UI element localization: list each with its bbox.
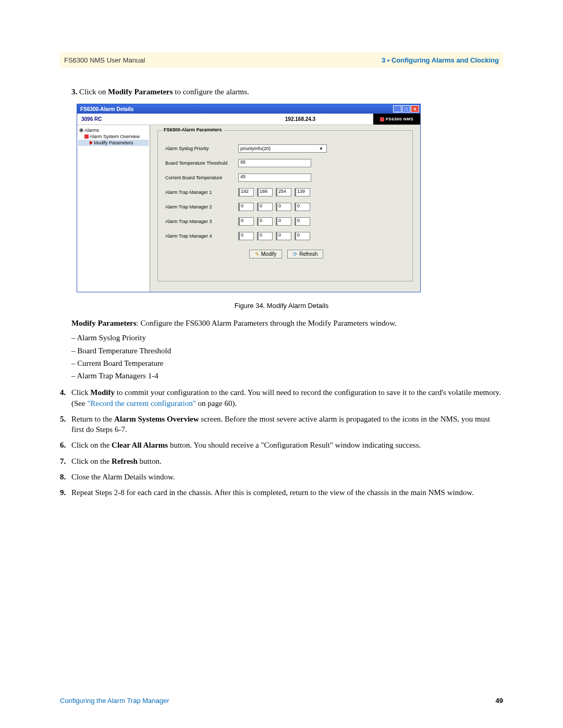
brand-icon [380,117,384,121]
ip-octet[interactable]: 0 [257,232,273,240]
nav-tree[interactable]: Alarms Alarm System Overview Modify Para… [77,125,150,292]
radio-icon [79,128,83,132]
ip-octet[interactable]: 0 [295,203,310,211]
ip-octet[interactable]: 0 [276,203,291,211]
ip-octet[interactable]: 0 [295,232,310,240]
close-button[interactable]: × [411,105,419,113]
window-title: FS6300-Alarm Details [80,106,133,112]
ip-octet[interactable]: 0 [257,217,273,226]
trap-mgr-1-ip[interactable]: 192 168 254 139 [238,188,310,196]
minimize-button[interactable]: _ [393,105,401,113]
figure-caption: Figure 34. Modify Alarm Details [60,302,503,310]
list-item: Board Temperature Threshold [71,346,503,356]
page-header-band: FS6300 NMS User Manual 3 • Configuring A… [60,52,503,68]
device-name: 3096 RC [77,114,227,125]
ip-octet[interactable]: 0 [238,217,254,226]
ip-octet[interactable]: 192 [238,188,254,196]
temp-threshold-input[interactable]: 95 [238,159,311,167]
step-6: 6. Click on the Clear All Alarms button.… [60,440,503,450]
ip-octet[interactable]: 139 [295,188,310,196]
refresh-icon: ⟳ [293,251,297,257]
window-titlebar[interactable]: FS6300-Alarm Details _ □ × [77,104,420,114]
step-7: 7. Click on the Refresh button. [60,456,503,466]
list-item: Alarm Syslog Priority [71,332,503,343]
maximize-button[interactable]: □ [402,105,410,113]
header-manual-title: FS6300 NMS User Manual [64,56,145,64]
arrow-icon [90,141,93,145]
alarm-details-window: FS6300-Alarm Details _ □ × 3096 RC 192.1… [77,104,421,292]
page-number: 49 [496,697,503,705]
window-info-bar: 3096 RC 192.168.24.3 FS6300 NMS [77,114,420,125]
chevron-down-icon: ▼ [319,146,325,151]
alarm-parameters-form: FS6300-Alarm Parameters Alarm Syslog Pri… [150,125,420,292]
nav-alarm-system-overview[interactable]: Alarm System Overview [78,133,149,140]
step-8: 8. Close the Alarm Details window. [60,472,503,482]
ip-octet[interactable]: 0 [276,232,291,240]
refresh-button[interactable]: ⟳ Refresh [287,250,323,258]
stop-icon [84,134,89,139]
brand-badge: FS6300 NMS [373,114,420,125]
trap-mgr-2-label: Alarm Trap Manager 2 [165,204,238,209]
syslog-priority-select[interactable]: priorityInfo(20) ▼ [238,144,327,153]
ip-octet[interactable]: 0 [295,217,310,226]
footer-section: Configuring the Alarm Trap Manager [60,697,169,705]
pencil-icon: ✎ [255,251,259,257]
syslog-priority-label: Alarm Syslog Priority [165,146,238,151]
trap-mgr-4-ip[interactable]: 0 0 0 0 [238,232,310,240]
header-section-title: 3 • Configuring Alarms and Clocking [382,56,499,64]
current-temp-label: Current Board Temperature [165,175,238,180]
ip-octet[interactable]: 0 [238,203,254,211]
trap-mgr-3-label: Alarm Trap Manager 3 [165,219,238,224]
step-3: 3. Click on Modify Parameters to configu… [71,88,503,96]
ip-octet[interactable]: 0 [238,232,254,240]
nav-root-alarms[interactable]: Alarms [78,127,149,133]
nav-modify-parameters[interactable]: Modify Parameters [78,140,149,146]
step-number: 3. [71,88,77,96]
ip-octet[interactable]: 254 [276,188,291,196]
trap-mgr-2-ip[interactable]: 0 0 0 0 [238,203,310,211]
trap-mgr-1-label: Alarm Trap Manager 1 [165,190,238,195]
step-9: 9. Repeat Steps 2-8 for each card in the… [60,487,503,498]
step-5: 5. Return to the Alarm Systems Overview … [60,414,503,435]
trap-mgr-3-ip[interactable]: 0 0 0 0 [238,217,310,226]
temp-threshold-label: Board Temperature Threshold [165,161,238,166]
ip-octet[interactable]: 168 [257,188,273,196]
current-temp-input[interactable]: 45 [238,174,311,182]
page-footer: Configuring the Alarm Trap Manager 49 [60,697,503,705]
list-item: Current Board Temperature [71,358,503,368]
modify-button[interactable]: ✎ Modify [249,250,282,258]
cross-reference-link[interactable]: "Record the current configuration" [87,399,195,408]
modify-parameters-description: Modify Parameters: Configure the FS6300 … [60,318,503,381]
step-4: 4. Click Modify to commit your configura… [60,387,503,409]
fieldset-legend: FS6300-Alarm Parameters [162,127,224,132]
device-ip: 192.168.24.3 [227,114,373,125]
ip-octet[interactable]: 0 [276,217,291,226]
trap-mgr-4-label: Alarm Trap Manager 4 [165,233,238,239]
list-item: Alarm Trap Managers 1-4 [71,371,503,381]
ip-octet[interactable]: 0 [257,203,273,211]
